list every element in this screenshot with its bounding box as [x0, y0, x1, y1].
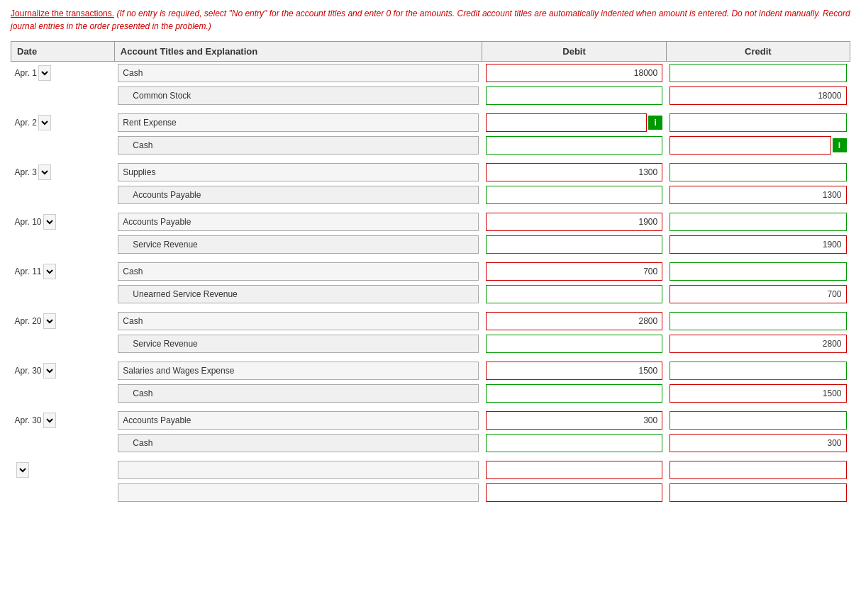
date-wrapper: Apr. 30▼	[15, 363, 111, 379]
account-input[interactable]	[118, 163, 479, 181]
debit-input[interactable]	[486, 186, 662, 204]
debit-input[interactable]	[486, 335, 662, 353]
account-input[interactable]	[118, 285, 479, 303]
debit-input[interactable]	[486, 434, 662, 452]
date-dropdown[interactable]: ▼	[43, 363, 56, 379]
debit-input[interactable]	[486, 86, 662, 105]
table-row: Apr. 11▼	[11, 260, 850, 283]
account-input[interactable]	[118, 335, 479, 353]
debit-input[interactable]	[486, 163, 662, 181]
account-input[interactable]	[118, 262, 479, 281]
instruction-detail: (If no entry is required, select "No ent…	[11, 9, 850, 31]
date-dropdown[interactable]: ▼	[43, 214, 56, 230]
date-wrapper: Apr. 10▼	[15, 214, 111, 230]
info-button[interactable]: i	[648, 116, 662, 130]
debit-input[interactable]	[486, 384, 662, 403]
credit-wrapper	[670, 285, 846, 303]
credit-input[interactable]	[670, 461, 846, 479]
table-row	[11, 84, 850, 107]
credit-input[interactable]	[670, 86, 846, 105]
account-input[interactable]	[118, 213, 479, 231]
account-input[interactable]	[118, 235, 479, 254]
debit-wrapper	[486, 262, 662, 281]
date-label: Apr. 2	[15, 118, 37, 128]
credit-input[interactable]	[670, 186, 846, 204]
account-input[interactable]	[118, 186, 479, 204]
credit-input[interactable]	[670, 64, 846, 82]
debit-input[interactable]	[486, 113, 647, 132]
debit-input[interactable]	[486, 262, 662, 281]
account-input[interactable]	[118, 411, 479, 430]
debit-input[interactable]	[486, 362, 662, 380]
account-input[interactable]	[118, 113, 479, 132]
debit-wrapper	[486, 86, 662, 105]
credit-input[interactable]	[670, 213, 846, 231]
credit-input[interactable]	[670, 335, 846, 353]
credit-input[interactable]	[670, 411, 846, 430]
credit-input[interactable]	[670, 113, 846, 132]
debit-input[interactable]	[486, 461, 662, 479]
date-dropdown[interactable]: ▼	[38, 115, 51, 130]
date-label: Apr. 30	[15, 366, 42, 376]
debit-input[interactable]	[486, 312, 662, 330]
table-row	[11, 432, 850, 454]
account-input[interactable]	[118, 64, 479, 82]
credit-wrapper	[670, 483, 846, 502]
credit-wrapper	[670, 434, 846, 452]
debit-wrapper	[486, 483, 662, 502]
col-header-date: Date	[11, 42, 115, 62]
debit-input[interactable]	[486, 235, 662, 254]
account-input[interactable]	[118, 362, 479, 380]
credit-wrapper	[670, 262, 846, 281]
debit-input[interactable]	[486, 64, 662, 82]
date-dropdown[interactable]: ▼	[43, 313, 56, 329]
credit-input[interactable]	[670, 483, 846, 502]
credit-wrapper	[670, 86, 846, 105]
credit-wrapper	[670, 461, 846, 479]
date-dropdown[interactable]: ▼	[38, 65, 51, 81]
date-dropdown[interactable]: ▼	[43, 264, 56, 279]
credit-wrapper	[670, 113, 846, 132]
debit-input[interactable]	[486, 285, 662, 303]
credit-input[interactable]	[670, 384, 846, 403]
date-wrapper: Apr. 2▼	[15, 115, 111, 130]
debit-wrapper	[486, 411, 662, 430]
account-input[interactable]	[118, 136, 479, 155]
credit-input[interactable]	[670, 434, 846, 452]
table-row: i	[11, 134, 850, 157]
table-row: Apr. 20▼	[11, 310, 850, 332]
date-label: Apr. 30	[15, 415, 42, 425]
credit-input[interactable]	[670, 362, 846, 380]
credit-wrapper	[670, 186, 846, 204]
col-header-credit: Credit	[666, 42, 850, 62]
account-input[interactable]	[118, 434, 479, 452]
credit-input[interactable]	[670, 262, 846, 281]
col-header-debit: Debit	[482, 42, 666, 62]
credit-input[interactable]	[670, 136, 831, 155]
debit-input[interactable]	[486, 483, 662, 502]
date-dropdown[interactable]: ▼	[38, 164, 51, 180]
info-button[interactable]: i	[833, 138, 847, 152]
instruction-prefix: Journalize the transactions.	[11, 9, 114, 18]
debit-input[interactable]	[486, 411, 662, 430]
credit-input[interactable]	[670, 312, 846, 330]
date-label: Apr. 10	[15, 217, 42, 227]
col-header-account: Account Titles and Explanation	[114, 42, 482, 62]
credit-input[interactable]	[670, 163, 846, 181]
credit-input[interactable]	[670, 285, 846, 303]
debit-input[interactable]	[486, 136, 662, 155]
debit-wrapper	[486, 163, 662, 181]
account-input[interactable]	[118, 86, 479, 105]
table-row: Apr. 1▼	[11, 62, 850, 85]
date-dropdown[interactable]: ▼	[43, 413, 56, 428]
debit-input[interactable]	[486, 213, 662, 231]
credit-input[interactable]	[670, 235, 846, 254]
date-wrapper: Apr. 3▼	[15, 164, 111, 180]
account-input[interactable]	[118, 483, 479, 502]
date-dropdown[interactable]: ▼	[16, 462, 29, 478]
account-input[interactable]	[118, 384, 479, 403]
debit-wrapper	[486, 136, 662, 155]
table-row	[11, 283, 850, 306]
account-input[interactable]	[118, 461, 479, 479]
account-input[interactable]	[118, 312, 479, 330]
